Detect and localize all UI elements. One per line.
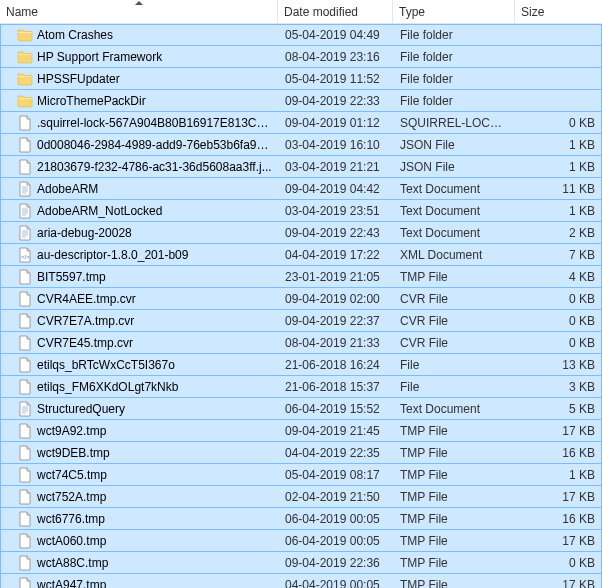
file-row[interactable]: etilqs_bRTcWxCcT5I367o21-06-2018 16:24Fi…: [0, 354, 602, 376]
file-type-cell: CVR File: [394, 292, 516, 306]
file-name-cell: wct9A92.tmp: [1, 423, 279, 439]
file-name-label: wct6776.tmp: [37, 512, 105, 526]
file-type-cell: TMP File: [394, 578, 516, 589]
file-name-label: 21803679-f232-4786-ac31-36d5608aa3ff.j..…: [37, 160, 272, 174]
file-name-cell: etilqs_bRTcWxCcT5I367o: [1, 357, 279, 373]
file-row[interactable]: wctA88C.tmp09-04-2019 22:36TMP File0 KB: [0, 552, 602, 574]
sort-ascending-icon: [135, 1, 143, 5]
file-date-cell: 05-04-2019 04:49: [279, 28, 394, 42]
text-icon: [17, 181, 33, 197]
file-date-cell: 09-04-2019 21:45: [279, 424, 394, 438]
file-icon: [17, 335, 33, 351]
file-type-cell: File folder: [394, 72, 516, 86]
file-type-cell: File: [394, 380, 516, 394]
file-row[interactable]: AdobeARM09-04-2019 04:42Text Document11 …: [0, 178, 602, 200]
file-date-cell: 23-01-2019 21:05: [279, 270, 394, 284]
file-name-label: CVR7E45.tmp.cvr: [37, 336, 133, 350]
file-name-label: etilqs_bRTcWxCcT5I367o: [37, 358, 175, 372]
column-header-type-label: Type: [399, 5, 425, 19]
file-row[interactable]: 0d008046-2984-4989-add9-76eb53b6fa92...0…: [0, 134, 602, 156]
file-icon: [17, 269, 33, 285]
file-name-label: aria-debug-20028: [37, 226, 132, 240]
file-type-cell: Text Document: [394, 226, 516, 240]
file-size-cell: 16 KB: [516, 446, 601, 460]
file-row[interactable]: wctA947.tmp04-04-2019 00:05TMP File17 KB: [0, 574, 602, 588]
file-date-cell: 05-04-2019 11:52: [279, 72, 394, 86]
file-row[interactable]: CVR4AEE.tmp.cvr09-04-2019 02:00CVR File0…: [0, 288, 602, 310]
file-date-cell: 08-04-2019 21:33: [279, 336, 394, 350]
file-icon: [17, 423, 33, 439]
file-row[interactable]: StructuredQuery06-04-2019 15:52Text Docu…: [0, 398, 602, 420]
file-size-cell: 17 KB: [516, 490, 601, 504]
file-name-cell: CVR4AEE.tmp.cvr: [1, 291, 279, 307]
file-size-cell: 2 KB: [516, 226, 601, 240]
file-row[interactable]: wct9A92.tmp09-04-2019 21:45TMP File17 KB: [0, 420, 602, 442]
file-size-cell: 3 KB: [516, 380, 601, 394]
file-name-label: .squirrel-lock-567A904B80B16917E813CC...: [37, 116, 273, 130]
file-type-cell: JSON File: [394, 138, 516, 152]
file-icon: [17, 159, 33, 175]
file-icon: [17, 379, 33, 395]
file-size-cell: 1 KB: [516, 138, 601, 152]
column-header-date-label: Date modified: [284, 5, 358, 19]
file-icon: [17, 467, 33, 483]
file-row[interactable]: wctA060.tmp06-04-2019 00:05TMP File17 KB: [0, 530, 602, 552]
column-header-size[interactable]: Size: [515, 0, 602, 23]
file-row[interactable]: AdobeARM_NotLocked03-04-2019 23:51Text D…: [0, 200, 602, 222]
file-icon: [17, 533, 33, 549]
file-date-cell: 09-04-2019 02:00: [279, 292, 394, 306]
file-row[interactable]: etilqs_FM6XKdOLgt7kNkb21-06-2018 15:37Fi…: [0, 376, 602, 398]
file-row[interactable]: wct74C5.tmp05-04-2019 08:17TMP File1 KB: [0, 464, 602, 486]
file-name-label: BIT5597.tmp: [37, 270, 106, 284]
file-date-cell: 09-04-2019 01:12: [279, 116, 394, 130]
file-row[interactable]: 21803679-f232-4786-ac31-36d5608aa3ff.j..…: [0, 156, 602, 178]
file-name-cell: 21803679-f232-4786-ac31-36d5608aa3ff.j..…: [1, 159, 279, 175]
file-type-cell: TMP File: [394, 512, 516, 526]
file-row[interactable]: aria-debug-2002809-04-2019 22:43Text Doc…: [0, 222, 602, 244]
file-name-cell: wct752A.tmp: [1, 489, 279, 505]
file-name-label: AdobeARM: [37, 182, 98, 196]
file-type-cell: XML Document: [394, 248, 516, 262]
file-icon: [17, 291, 33, 307]
file-date-cell: 05-04-2019 08:17: [279, 468, 394, 482]
file-name-label: wct9A92.tmp: [37, 424, 106, 438]
file-row[interactable]: wct9DEB.tmp04-04-2019 22:35TMP File16 KB: [0, 442, 602, 464]
file-row[interactable]: MicroThemePackDir09-04-2019 22:33File fo…: [0, 90, 602, 112]
column-header-type[interactable]: Type: [393, 0, 515, 23]
text-icon: [17, 203, 33, 219]
file-row[interactable]: HPSSFUpdater05-04-2019 11:52File folder: [0, 68, 602, 90]
column-header-date[interactable]: Date modified: [278, 0, 393, 23]
folder-icon: [17, 93, 33, 109]
column-header-name-label: Name: [6, 5, 38, 19]
file-date-cell: 04-04-2019 22:35: [279, 446, 394, 460]
file-name-cell: StructuredQuery: [1, 401, 279, 417]
file-type-cell: Text Document: [394, 402, 516, 416]
file-name-cell: etilqs_FM6XKdOLgt7kNkb: [1, 379, 279, 395]
file-date-cell: 09-04-2019 22:43: [279, 226, 394, 240]
column-header-name[interactable]: Name: [0, 0, 278, 23]
file-row[interactable]: Atom Crashes05-04-2019 04:49File folder: [0, 24, 602, 46]
file-name-cell: CVR7E7A.tmp.cvr: [1, 313, 279, 329]
file-size-cell: 7 KB: [516, 248, 601, 262]
file-row[interactable]: CVR7E7A.tmp.cvr09-04-2019 22:37CVR File0…: [0, 310, 602, 332]
file-name-label: wctA947.tmp: [37, 578, 106, 589]
column-header-size-label: Size: [521, 5, 544, 19]
file-row[interactable]: wct6776.tmp06-04-2019 00:05TMP File16 KB: [0, 508, 602, 530]
file-type-cell: SQUIRREL-LOCK-...: [394, 116, 516, 130]
file-row[interactable]: HP Support Framework08-04-2019 23:16File…: [0, 46, 602, 68]
file-row[interactable]: .squirrel-lock-567A904B80B16917E813CC...…: [0, 112, 602, 134]
folder-icon: [17, 49, 33, 65]
file-row[interactable]: </>au-descriptor-1.8.0_201-b0904-04-2019…: [0, 244, 602, 266]
file-type-cell: TMP File: [394, 270, 516, 284]
file-name-label: au-descriptor-1.8.0_201-b09: [37, 248, 188, 262]
file-size-cell: 1 KB: [516, 204, 601, 218]
file-name-label: Atom Crashes: [37, 28, 113, 42]
column-header-row: Name Date modified Type Size: [0, 0, 602, 24]
file-name-cell: wct9DEB.tmp: [1, 445, 279, 461]
file-row[interactable]: BIT5597.tmp23-01-2019 21:05TMP File4 KB: [0, 266, 602, 288]
file-name-cell: 0d008046-2984-4989-add9-76eb53b6fa92...: [1, 137, 279, 153]
file-name-cell: HP Support Framework: [1, 49, 279, 65]
file-row[interactable]: CVR7E45.tmp.cvr08-04-2019 21:33CVR File0…: [0, 332, 602, 354]
file-date-cell: 04-04-2019 00:05: [279, 578, 394, 589]
file-row[interactable]: wct752A.tmp02-04-2019 21:50TMP File17 KB: [0, 486, 602, 508]
